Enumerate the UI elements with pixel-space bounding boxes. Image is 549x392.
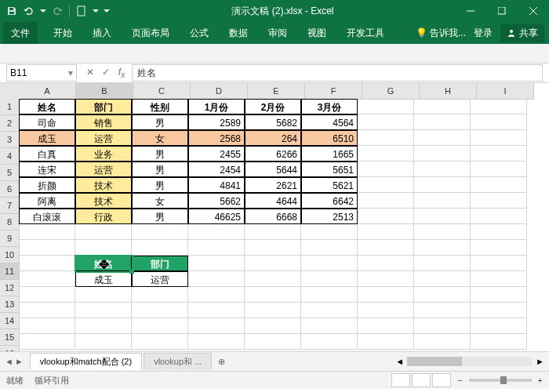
cell[interactable]: [245, 334, 301, 350]
cell[interactable]: [414, 209, 471, 224]
chevron-down-icon[interactable]: [92, 4, 100, 18]
cell[interactable]: [358, 303, 414, 318]
cell[interactable]: [414, 240, 471, 256]
tab-review[interactable]: 审阅: [264, 24, 292, 43]
row-header[interactable]: 10: [0, 247, 20, 263]
cell[interactable]: 1月份: [188, 99, 245, 114]
row-header[interactable]: 2: [0, 115, 20, 132]
cell[interactable]: 4841: [188, 177, 245, 193]
cell[interactable]: [358, 256, 414, 271]
cell[interactable]: 6510: [301, 130, 358, 146]
col-header[interactable]: H: [420, 83, 477, 100]
file-tab[interactable]: 文件: [3, 22, 38, 44]
cell[interactable]: 5682: [245, 114, 301, 130]
cell[interactable]: [188, 271, 245, 287]
cell[interactable]: [188, 303, 245, 318]
cell[interactable]: [471, 287, 527, 303]
cell[interactable]: 白真: [19, 146, 75, 162]
new-icon[interactable]: [75, 4, 89, 18]
cell[interactable]: 白滚滚: [19, 209, 75, 224]
cell[interactable]: [471, 318, 527, 334]
cell[interactable]: [358, 114, 414, 130]
cell[interactable]: [19, 287, 75, 303]
cell[interactable]: [301, 318, 358, 334]
cell[interactable]: [358, 287, 414, 303]
cell[interactable]: [471, 240, 527, 256]
cell[interactable]: 运营: [75, 162, 132, 177]
col-header[interactable]: A: [19, 83, 76, 100]
cell[interactable]: 连宋: [19, 162, 75, 177]
cell[interactable]: [414, 146, 471, 162]
col-header[interactable]: B: [76, 83, 133, 100]
cell[interactable]: [75, 240, 132, 256]
row-header[interactable]: 11: [0, 263, 20, 280]
cell[interactable]: [471, 256, 527, 271]
cell[interactable]: 成玉: [19, 130, 75, 146]
cell[interactable]: [471, 146, 527, 162]
cell[interactable]: [132, 303, 188, 318]
cell[interactable]: 男: [132, 162, 188, 177]
cell[interactable]: [245, 318, 301, 334]
cell[interactable]: 46625: [188, 209, 245, 224]
cell[interactable]: 2621: [245, 177, 301, 193]
cell[interactable]: 2月份: [245, 99, 301, 114]
cell[interactable]: 5651: [301, 162, 358, 177]
col-header[interactable]: G: [362, 83, 420, 100]
cell[interactable]: [132, 334, 188, 350]
cell[interactable]: [471, 334, 527, 350]
undo-icon[interactable]: [22, 4, 36, 18]
cell[interactable]: [245, 271, 301, 287]
row-header[interactable]: 12: [0, 280, 20, 296]
maximize-button[interactable]: [486, 0, 518, 22]
cell[interactable]: 运营: [132, 271, 188, 287]
cell[interactable]: [471, 114, 527, 130]
cell[interactable]: 2589: [188, 114, 245, 130]
cell[interactable]: 部门: [75, 99, 132, 114]
cell[interactable]: [188, 256, 245, 271]
cell[interactable]: [358, 224, 414, 240]
cell[interactable]: 5644: [245, 162, 301, 177]
tab-home[interactable]: 开始: [49, 24, 77, 43]
cell[interactable]: [245, 224, 301, 240]
tab-formulas[interactable]: 公式: [185, 24, 213, 43]
cell[interactable]: 销售: [75, 114, 132, 130]
col-header[interactable]: E: [248, 83, 305, 100]
cell[interactable]: [19, 334, 75, 350]
add-sheet-button[interactable]: ⊕: [212, 357, 231, 367]
select-all-corner[interactable]: [0, 83, 20, 100]
cell[interactable]: [414, 177, 471, 193]
row-header[interactable]: 3: [0, 132, 20, 148]
cell[interactable]: 男: [132, 146, 188, 162]
tab-view[interactable]: 视图: [303, 24, 331, 43]
share-button[interactable]: 共享: [500, 24, 544, 42]
cell[interactable]: 性别: [132, 99, 188, 114]
cell[interactable]: 男: [132, 114, 188, 130]
cell[interactable]: 4644: [245, 193, 301, 209]
cell[interactable]: [414, 318, 471, 334]
cell[interactable]: [358, 162, 414, 177]
cell[interactable]: [471, 193, 527, 209]
cell[interactable]: [471, 177, 527, 193]
cell[interactable]: [301, 256, 358, 271]
cell[interactable]: [414, 224, 471, 240]
cell[interactable]: [414, 162, 471, 177]
cell[interactable]: 2513: [301, 209, 358, 224]
cell[interactable]: [471, 162, 527, 177]
cell[interactable]: [188, 224, 245, 240]
cell[interactable]: [471, 224, 527, 240]
view-normal-button[interactable]: [391, 373, 410, 387]
cell[interactable]: [414, 287, 471, 303]
cell[interactable]: [414, 114, 471, 130]
cell[interactable]: [245, 256, 301, 271]
cell[interactable]: [471, 209, 527, 224]
cell[interactable]: 264: [245, 130, 301, 146]
cell[interactable]: 男: [132, 209, 188, 224]
cell[interactable]: [132, 318, 188, 334]
row-header[interactable]: 16: [0, 346, 20, 351]
row-header[interactable]: 7: [0, 198, 20, 214]
cell[interactable]: 司命: [19, 114, 75, 130]
tab-layout[interactable]: 页面布局: [127, 24, 174, 43]
cell[interactable]: [245, 240, 301, 256]
cell[interactable]: [358, 177, 414, 193]
view-layout-button[interactable]: [412, 373, 431, 387]
